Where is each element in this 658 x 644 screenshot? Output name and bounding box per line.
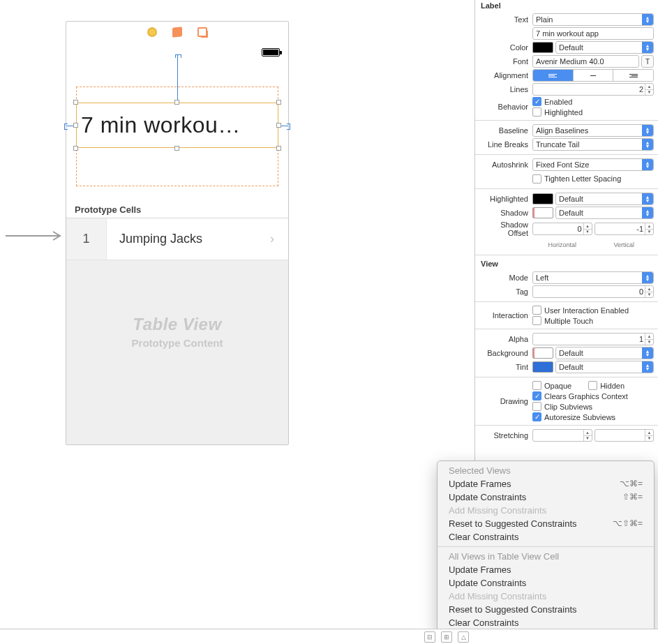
tint-select[interactable]: Default▲▼ (555, 361, 654, 373)
stepper-arrows-icon[interactable]: ▲▼ (645, 334, 653, 345)
select-value: Fixed Font Size (536, 160, 589, 169)
table-view[interactable]: 1 Jumping Jacks › Table View Prototype C… (66, 218, 288, 444)
stretch-x-stepper[interactable]: ▲▼ (532, 429, 592, 442)
resize-handle[interactable] (174, 146, 179, 151)
resize-handle[interactable] (73, 146, 78, 151)
menu-reset[interactable]: Reset to Suggested Constraints⌥⇧⌘= (438, 517, 654, 530)
stepper-arrows-icon[interactable]: ▲▼ (583, 223, 592, 234)
align-tool-icon[interactable]: ⊟ (424, 631, 435, 643)
scene-icon-exit[interactable] (196, 26, 209, 38)
stepper-arrows-icon[interactable]: ▲▼ (645, 223, 653, 234)
cgc-checkbox[interactable]: ✓Clears Graphics Context (532, 391, 628, 400)
field-label: Alpha (479, 335, 532, 343)
stretch-y-stepper[interactable]: ▲▼ (595, 429, 655, 442)
section-label: Label (475, 0, 658, 13)
font-field[interactable]: Avenir Medium 40.0 (532, 55, 639, 68)
title-label[interactable]: 7 min workou… (76, 103, 278, 148)
checkbox-label: Enabled (544, 98, 572, 106)
color-swatch[interactable] (532, 347, 553, 359)
clip-checkbox[interactable]: Clip Subviews (532, 402, 592, 411)
background-select[interactable]: Default▲▼ (555, 347, 654, 359)
color-select[interactable]: Default ▲▼ (555, 41, 654, 54)
select-value: Default (559, 363, 583, 371)
field-label: Highlighted (479, 195, 532, 203)
scene-icon-cube[interactable] (171, 26, 184, 38)
table-row[interactable]: 1 Jumping Jacks › (66, 218, 288, 260)
menu-update-constraints[interactable]: Update Constraints⇧⌘= (438, 491, 654, 504)
baseline-select[interactable]: Align Baselines▲▼ (532, 124, 654, 137)
menu-g2-update-frames[interactable]: Update Frames (438, 563, 654, 576)
placeholder-title: Table View (66, 315, 288, 334)
scene-icon-circle[interactable] (146, 26, 158, 38)
menu-add-missing: Add Missing Constraints (438, 504, 654, 517)
checkbox-label: Hidden (600, 382, 625, 390)
resize-handle[interactable] (73, 100, 78, 105)
field-value: -1 (598, 225, 644, 233)
shadow-h-stepper[interactable]: 0▲▼ (532, 223, 592, 235)
resize-handle[interactable] (276, 146, 281, 151)
resolve-tool-icon[interactable]: △ (458, 631, 469, 643)
hidden-checkbox[interactable]: Hidden (588, 381, 625, 390)
menu-shortcut: ⌥⇧⌘= (613, 518, 643, 529)
align-center-button[interactable] (574, 70, 614, 81)
menu-label: Clear Constraints (449, 532, 518, 542)
align-right-button[interactable] (613, 70, 653, 81)
resize-handle[interactable] (174, 100, 179, 105)
opaque-checkbox[interactable]: Opaque (532, 381, 571, 390)
enabled-checkbox[interactable]: ✓Enabled (532, 97, 572, 106)
mode-select[interactable]: Left▲▼ (532, 271, 654, 284)
color-swatch[interactable] (532, 42, 553, 53)
select-value: Default (559, 349, 583, 357)
text-value-field[interactable]: 7 min workout app (532, 27, 654, 40)
shadow-v-stepper[interactable]: -1▲▼ (595, 223, 655, 235)
chevron-updown-icon: ▲▼ (642, 14, 653, 25)
checkbox-label: Clears Graphics Context (544, 392, 628, 400)
text-mode-select[interactable]: Plain ▲▼ (532, 13, 654, 26)
checkbox-label: User Interaction Enabled (544, 306, 629, 315)
alignment-segmented[interactable] (532, 69, 654, 82)
alpha-stepper[interactable]: 1▲▼ (532, 333, 654, 345)
linebreaks-select[interactable]: Truncate Tail▲▼ (532, 138, 654, 151)
color-swatch[interactable] (532, 193, 553, 204)
font-picker-button[interactable]: T (641, 55, 654, 68)
lines-stepper[interactable]: 2 ▲▼ (532, 83, 654, 96)
field-value: 7 min workout app (536, 29, 599, 38)
highlighted-checkbox[interactable]: Highlighted (532, 107, 583, 117)
autoresize-checkbox[interactable]: ✓Autoresize Subviews (532, 412, 615, 421)
shadow-color-select[interactable]: Default▲▼ (555, 207, 654, 219)
menu-label: Update Frames (449, 564, 511, 575)
field-value: 0 (536, 287, 643, 296)
menu-g2-update-constraints[interactable]: Update Constraints (438, 576, 654, 590)
uie-checkbox[interactable]: User Interaction Enabled (532, 306, 629, 315)
resize-handle[interactable] (276, 123, 281, 128)
menu-g2-reset[interactable]: Reset to Suggested Constraints (438, 603, 654, 616)
stepper-arrows-icon[interactable]: ▲▼ (645, 430, 653, 441)
menu-g2-clear[interactable]: Clear Constraints (438, 616, 654, 629)
multitouch-checkbox[interactable]: Multiple Touch (532, 316, 593, 325)
menu-clear[interactable]: Clear Constraints (438, 530, 654, 544)
stepper-arrows-icon[interactable]: ▲▼ (645, 286, 653, 297)
select-value: Left (536, 274, 548, 282)
resize-handle[interactable] (73, 123, 78, 128)
checkbox-label: Autoresize Subviews (544, 413, 615, 421)
constraints-menu[interactable]: Selected Views Update Frames⌥⌘= Update C… (437, 460, 655, 633)
field-label: Alignment (479, 71, 532, 80)
tighten-checkbox[interactable]: Tighten Letter Spacing (532, 174, 621, 184)
stepper-arrows-icon[interactable]: ▲▼ (583, 430, 592, 441)
menu-update-frames[interactable]: Update Frames⌥⌘= (438, 477, 654, 491)
chevron-updown-icon: ▲▼ (642, 272, 653, 283)
autoshrink-select[interactable]: Fixed Font Size▲▼ (532, 158, 654, 171)
selected-label[interactable]: 7 min workou… (76, 103, 278, 148)
color-swatch[interactable] (532, 207, 553, 218)
stepper-arrows-icon[interactable]: ▲▼ (645, 84, 653, 95)
pin-tool-icon[interactable]: ⊞ (441, 631, 452, 643)
checkbox-label: Tighten Letter Spacing (544, 174, 621, 183)
align-left-button[interactable] (533, 70, 574, 81)
tag-stepper[interactable]: 0▲▼ (532, 285, 654, 298)
device-frame[interactable]: 7 min workou… Prototype Cells 1 Jumping … (66, 21, 289, 445)
menu-group-title: Selected Views (438, 464, 654, 477)
resize-handle[interactable] (276, 100, 281, 105)
highlighted-color-select[interactable]: Default▲▼ (555, 193, 654, 205)
menu-label: Update Frames (449, 479, 511, 489)
color-swatch[interactable] (532, 361, 553, 373)
